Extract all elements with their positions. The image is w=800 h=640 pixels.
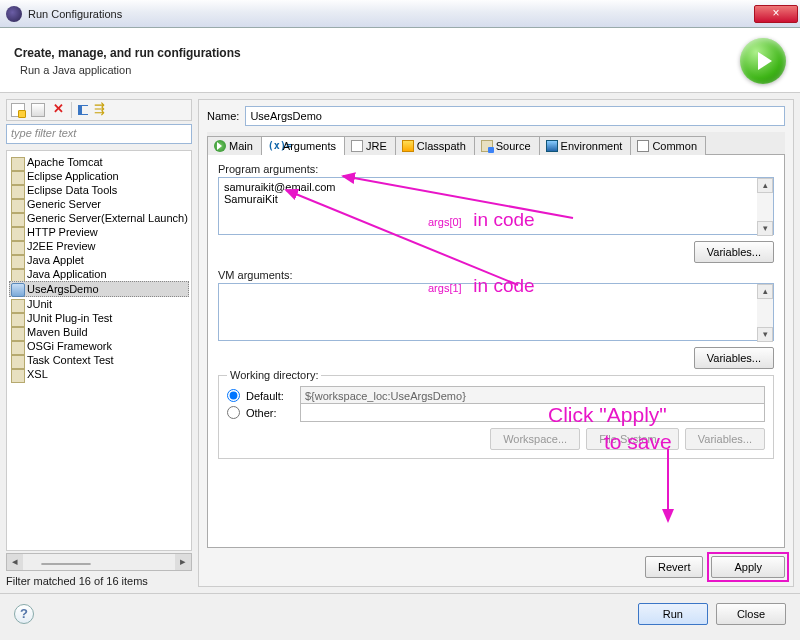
window-title: Run Configurations bbox=[28, 8, 754, 20]
tab-environment[interactable]: Environment bbox=[539, 136, 632, 155]
annotation-arrow bbox=[638, 449, 698, 531]
textarea-scrollbar[interactable]: ▴▾ bbox=[757, 284, 773, 342]
tab-label: Classpath bbox=[417, 140, 466, 152]
tab-label: Source bbox=[496, 140, 531, 152]
help-button[interactable]: ? bbox=[14, 604, 34, 624]
tab-bar: Main(x)=ArgumentsJREClasspathSourceEnvir… bbox=[207, 132, 785, 155]
collapse-all-icon[interactable] bbox=[78, 105, 88, 115]
tab-label: Common bbox=[652, 140, 697, 152]
tab-label: Main bbox=[229, 140, 253, 152]
config-toolbar: ✕ ⇶ bbox=[6, 99, 192, 121]
workspace-button[interactable]: Workspace... bbox=[490, 428, 580, 450]
tree-item[interactable]: Eclipse Application bbox=[9, 169, 189, 183]
header-title: Create, manage, and run configurations bbox=[14, 46, 740, 60]
tab-classpath[interactable]: Classpath bbox=[395, 136, 475, 155]
run-icon-large bbox=[740, 38, 786, 84]
window-close-button[interactable]: × bbox=[754, 5, 798, 23]
tab-label: JRE bbox=[366, 140, 387, 152]
toolbar-separator bbox=[71, 102, 72, 118]
tree-item[interactable]: JUnit bbox=[9, 297, 189, 311]
titlebar: Run Configurations × bbox=[0, 0, 800, 28]
left-panel: ✕ ⇶ type filter text Apache TomcatEclips… bbox=[6, 99, 192, 587]
tab-jre[interactable]: JRE bbox=[344, 136, 396, 155]
tree-item[interactable]: Generic Server bbox=[9, 197, 189, 211]
scroll-thumb[interactable] bbox=[41, 563, 91, 565]
tab-label: Arguments bbox=[283, 140, 336, 152]
tree-item[interactable]: Task Context Test bbox=[9, 353, 189, 367]
other-radio[interactable] bbox=[227, 406, 240, 419]
filter-status: Filter matched 16 of 16 items bbox=[6, 575, 192, 587]
eclipse-icon bbox=[6, 6, 22, 22]
tree-item[interactable]: J2EE Preview bbox=[9, 239, 189, 253]
name-input[interactable] bbox=[245, 106, 785, 126]
program-args-textarea[interactable] bbox=[218, 177, 774, 235]
tab-arguments[interactable]: (x)=Arguments bbox=[261, 136, 345, 155]
tree-item[interactable]: Eclipse Data Tools bbox=[9, 183, 189, 197]
duplicate-config-icon[interactable] bbox=[31, 103, 45, 117]
delete-config-icon[interactable]: ✕ bbox=[51, 103, 65, 117]
tree-item[interactable]: Apache Tomcat bbox=[9, 155, 189, 169]
main-tab-icon bbox=[214, 140, 226, 152]
working-directory-label: Working directory: bbox=[227, 369, 321, 381]
classpath-tab-icon bbox=[402, 140, 414, 152]
working-directory-group: Working directory: Default: Other: Works… bbox=[218, 375, 774, 459]
program-args-label: Program arguments: bbox=[218, 163, 774, 175]
tree-horizontal-scrollbar[interactable]: ◂ ▸ bbox=[6, 553, 192, 571]
tree-item[interactable]: Java Applet bbox=[9, 253, 189, 267]
revert-button[interactable]: Revert bbox=[645, 556, 703, 578]
tree-item[interactable]: JUnit Plug-in Test bbox=[9, 311, 189, 325]
tree-item[interactable]: UseArgsDemo bbox=[9, 281, 189, 297]
other-path-field[interactable] bbox=[300, 403, 765, 422]
vm-variables-button[interactable]: Variables... bbox=[694, 347, 774, 369]
common-tab-icon bbox=[637, 140, 649, 152]
new-config-icon[interactable] bbox=[11, 103, 25, 117]
apply-button[interactable]: Apply bbox=[711, 556, 785, 578]
tree-item[interactable]: Generic Server(External Launch) bbox=[9, 211, 189, 225]
header-subtitle: Run a Java application bbox=[20, 64, 740, 76]
default-label: Default: bbox=[246, 390, 294, 402]
default-radio[interactable] bbox=[227, 389, 240, 402]
source-tab-icon bbox=[481, 140, 493, 152]
run-button[interactable]: Run bbox=[638, 603, 708, 625]
config-tree[interactable]: Apache TomcatEclipse ApplicationEclipse … bbox=[6, 150, 192, 551]
environment-tab-icon bbox=[546, 140, 558, 152]
tab-source[interactable]: Source bbox=[474, 136, 540, 155]
vm-args-textarea[interactable] bbox=[218, 283, 774, 341]
right-panel: Name: Main(x)=ArgumentsJREClasspathSourc… bbox=[198, 99, 794, 587]
wd-variables-button[interactable]: Variables... bbox=[685, 428, 765, 450]
program-variables-button[interactable]: Variables... bbox=[694, 241, 774, 263]
tree-item[interactable]: Java Application bbox=[9, 267, 189, 281]
close-button[interactable]: Close bbox=[716, 603, 786, 625]
scroll-left-icon[interactable]: ◂ bbox=[7, 554, 23, 570]
arguments-tab-icon: (x)= bbox=[268, 140, 280, 152]
filesystem-button[interactable]: File System... bbox=[586, 428, 679, 450]
filter-input[interactable]: type filter text bbox=[6, 124, 192, 144]
tab-label: Environment bbox=[561, 140, 623, 152]
tree-item[interactable]: Maven Build bbox=[9, 325, 189, 339]
tree-item[interactable]: OSGi Framework bbox=[9, 339, 189, 353]
other-label: Other: bbox=[246, 407, 294, 419]
dialog-footer: ? Run Close bbox=[0, 593, 800, 633]
tree-item[interactable]: HTTP Preview bbox=[9, 225, 189, 239]
textarea-scrollbar[interactable]: ▴▾ bbox=[757, 178, 773, 236]
dialog-header: Create, manage, and run configurations R… bbox=[0, 28, 800, 93]
arguments-tab-pane: Program arguments: ▴▾ Variables... VM ar… bbox=[207, 155, 785, 548]
tab-main[interactable]: Main bbox=[207, 136, 262, 155]
tree-item[interactable]: XSL bbox=[9, 367, 189, 381]
tab-common[interactable]: Common bbox=[630, 136, 706, 155]
vm-args-label: VM arguments: bbox=[218, 269, 774, 281]
jre-tab-icon bbox=[351, 140, 363, 152]
filter-icon[interactable]: ⇶ bbox=[94, 103, 108, 117]
name-label: Name: bbox=[207, 110, 239, 122]
scroll-right-icon[interactable]: ▸ bbox=[175, 554, 191, 570]
